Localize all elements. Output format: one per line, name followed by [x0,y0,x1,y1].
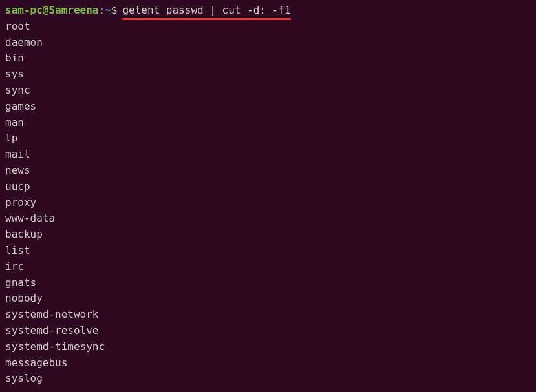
output-line: irc [5,259,531,275]
command-prompt-line[interactable]: sam-pc@Samreena:~$ getent passwd | cut -… [5,3,531,19]
command-underline [122,18,290,20]
output-line: messagebus [5,355,531,371]
output-line: news [5,163,531,179]
output-line: proxy [5,195,531,211]
terminal-window[interactable]: sam-pc@Samreena:~$ getent passwd | cut -… [5,3,531,389]
output-line: man [5,115,531,131]
output-line: mail [5,147,531,163]
prompt-user-host: sam-pc@Samreena [5,3,99,19]
prompt-dollar: $ [111,3,118,19]
output-line: systemd-network [5,307,531,323]
output-line: sync [5,83,531,99]
command-text: getent passwd | cut -d: -f1 [122,3,290,19]
output-line: systemd-timesync [5,339,531,355]
command-string: getent passwd | cut -d: -f1 [122,4,290,16]
output-line: syslog [5,371,531,387]
output-line: nobody [5,291,531,307]
output-line: www-data [5,211,531,227]
output-line: gnats [5,275,531,291]
output-line: uucp [5,179,531,195]
output-line: lp [5,130,531,147]
output-line: daemon [5,35,531,51]
output-line: bin [5,50,531,67]
output-line: root [5,19,531,35]
output-line: sys [5,67,531,83]
prompt-path: ~ [105,3,111,19]
output-line: systemd-resolve [5,323,531,339]
output-line: backup [5,227,531,243]
output-line: games [5,99,531,115]
prompt-colon: : [99,3,105,19]
output-line: list [5,243,531,259]
